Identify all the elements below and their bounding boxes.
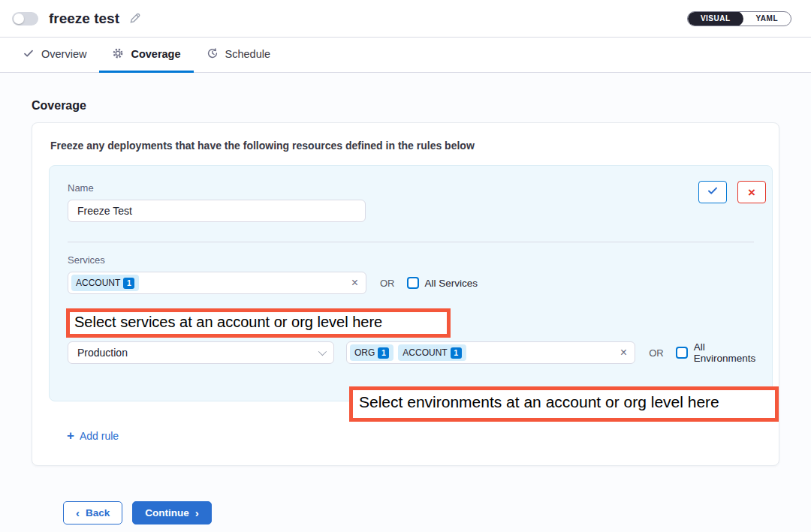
continue-button[interactable]: Continue › bbox=[132, 501, 212, 524]
toggle-knob bbox=[14, 14, 24, 24]
environment-tag-account[interactable]: ACCOUNT 1 bbox=[398, 344, 466, 361]
freeze-rule-card: Name × Services bbox=[49, 165, 773, 401]
rule-actions: × bbox=[698, 181, 766, 203]
visual-mode-button[interactable]: VISUAL bbox=[688, 11, 743, 26]
close-icon: × bbox=[748, 186, 755, 199]
edit-pencil-icon[interactable] bbox=[128, 12, 141, 25]
yaml-mode-button[interactable]: YAML bbox=[743, 11, 791, 26]
environment-type-value: Production bbox=[77, 347, 128, 359]
card-intro-text: Freeze any deployments that have the fol… bbox=[50, 140, 773, 152]
all-environments-checkbox[interactable] bbox=[676, 347, 688, 359]
services-or-label: OR bbox=[380, 278, 395, 289]
add-rule-label: Add rule bbox=[80, 430, 119, 442]
environment-tag-org[interactable]: ORG 1 bbox=[350, 344, 393, 361]
all-services-checkbox[interactable] bbox=[407, 277, 419, 289]
services-annotation: Select services at an account or org lev… bbox=[66, 308, 451, 338]
continue-label: Continue bbox=[145, 507, 189, 518]
services-field: Services ACCOUNT 1 × OR All Services bbox=[68, 254, 754, 294]
tag-label: ACCOUNT bbox=[76, 278, 120, 288]
chevron-right-icon: › bbox=[195, 507, 199, 518]
tab-bar: Overview Coverage Schedule bbox=[0, 38, 811, 73]
back-button[interactable]: ‹ Back bbox=[63, 501, 122, 524]
name-label: Name bbox=[68, 182, 754, 194]
tag-count-badge: 1 bbox=[451, 347, 462, 359]
delete-rule-button[interactable]: × bbox=[737, 181, 766, 203]
name-field: Name bbox=[68, 182, 754, 222]
environments-or-label: OR bbox=[649, 347, 664, 359]
clock-icon bbox=[207, 47, 219, 62]
services-multiselect[interactable]: ACCOUNT 1 × bbox=[68, 272, 366, 294]
rule-divider bbox=[68, 242, 754, 242]
tag-count-badge: 1 bbox=[123, 278, 134, 289]
clear-environments-icon[interactable]: × bbox=[620, 347, 627, 359]
chevron-left-icon: ‹ bbox=[76, 507, 80, 518]
service-tag-account[interactable]: ACCOUNT 1 bbox=[71, 275, 139, 291]
coverage-page: Coverage Freeze any deployments that hav… bbox=[0, 73, 811, 524]
environment-type-select[interactable]: Production bbox=[68, 341, 334, 364]
all-services-label[interactable]: All Services bbox=[425, 278, 478, 289]
tab-overview[interactable]: Overview bbox=[23, 38, 99, 73]
clear-services-icon[interactable]: × bbox=[351, 277, 358, 289]
all-environments-label[interactable]: All Environments bbox=[694, 341, 767, 364]
coverage-card: Freeze any deployments that have the fol… bbox=[32, 122, 779, 466]
view-mode-switch: VISUAL YAML bbox=[687, 11, 791, 26]
plus-icon: + bbox=[67, 429, 74, 442]
gear-icon bbox=[112, 47, 124, 62]
confirm-rule-button[interactable] bbox=[698, 181, 727, 203]
section-heading: Coverage bbox=[32, 99, 779, 113]
environments-annotation: Select environments at an account or org… bbox=[349, 386, 779, 422]
add-rule-link[interactable]: + Add rule bbox=[67, 429, 119, 442]
check-icon bbox=[23, 47, 35, 62]
environments-multiselect[interactable]: ORG 1 ACCOUNT 1 × bbox=[346, 341, 635, 364]
name-input[interactable] bbox=[68, 200, 366, 222]
tag-count-badge: 1 bbox=[378, 347, 389, 359]
tab-overview-label: Overview bbox=[41, 48, 86, 60]
freeze-enable-toggle[interactable] bbox=[12, 12, 38, 26]
chevron-down-icon bbox=[318, 347, 327, 356]
tab-schedule-label: Schedule bbox=[225, 48, 270, 60]
page-title: freeze test bbox=[49, 11, 119, 27]
tag-label: ORG bbox=[354, 347, 375, 358]
tab-schedule[interactable]: Schedule bbox=[194, 38, 283, 73]
services-label: Services bbox=[68, 254, 754, 266]
check-icon bbox=[707, 185, 719, 200]
tab-coverage-label: Coverage bbox=[131, 48, 180, 60]
wizard-footer: ‹ Back Continue › bbox=[63, 501, 779, 524]
top-bar: freeze test VISUAL YAML bbox=[0, 0, 811, 38]
tag-label: ACCOUNT bbox=[402, 347, 447, 358]
back-label: Back bbox=[86, 507, 110, 518]
tab-coverage[interactable]: Coverage bbox=[99, 38, 193, 73]
